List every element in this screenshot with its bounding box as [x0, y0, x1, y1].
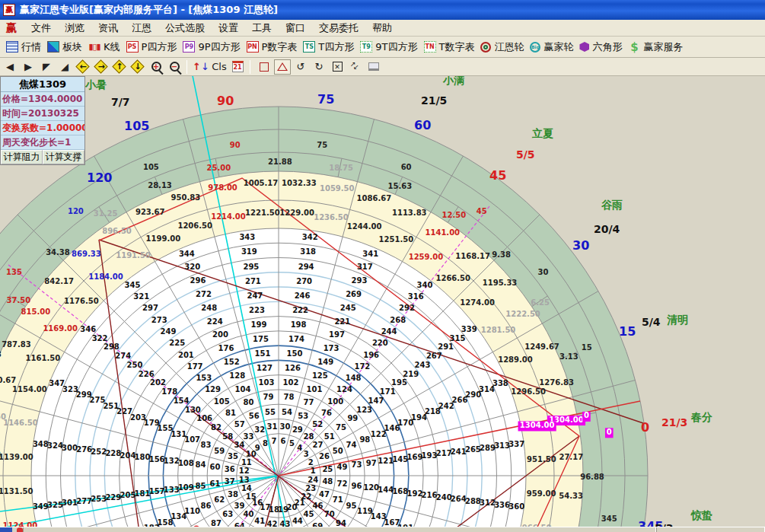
- menu-logo-icon: 赢: [6, 21, 17, 35]
- svg-text:130: 130: [185, 406, 201, 414]
- svg-text:35: 35: [228, 452, 238, 460]
- menu-item-帮助[interactable]: 帮助: [365, 20, 399, 37]
- svg-text:127: 127: [257, 364, 273, 372]
- svg-text:2: 2: [308, 458, 314, 467]
- menu-item-文件[interactable]: 文件: [24, 20, 58, 37]
- svg-text:198: 198: [291, 320, 307, 329]
- toolbar-button-9p-square[interactable]: P99P四方形: [183, 40, 240, 54]
- svg-text:56: 56: [249, 412, 260, 420]
- svg-text:75: 75: [317, 92, 334, 107]
- svg-text:15: 15: [582, 343, 592, 352]
- toolbar-button-winner-wheel[interactable]: Big赢家轮: [530, 40, 573, 54]
- panel-row-3: 周天变化步长=1: [1, 135, 84, 150]
- tool-pan-right[interactable]: →: [93, 59, 110, 75]
- svg-text:320: 320: [184, 263, 200, 271]
- menu-item-交易委托[interactable]: 交易委托: [312, 20, 365, 37]
- tool-rotate-cw[interactable]: ↻: [311, 59, 327, 75]
- svg-text:120: 120: [87, 170, 112, 185]
- tool-fit[interactable]: ↗↙: [347, 59, 364, 75]
- svg-text:1059.50: 1059.50: [320, 184, 355, 193]
- toolbar-button-winner-service[interactable]: $赢家服务: [628, 40, 683, 54]
- toolbar-button-t-square[interactable]: TST四方形: [303, 40, 354, 54]
- svg-text:18.75: 18.75: [329, 164, 353, 172]
- svg-text:315: 315: [449, 334, 465, 342]
- gann-wheel-canvas[interactable]: 1234567891011121314151617181920212223242…: [0, 76, 765, 532]
- svg-text:193: 193: [422, 451, 438, 460]
- tool-pan-down[interactable]: ↓: [129, 59, 146, 75]
- svg-text:26: 26: [319, 452, 330, 460]
- svg-text:30: 30: [572, 238, 589, 253]
- tool-rotate-ccw[interactable]: ↺: [292, 59, 309, 75]
- chart-area[interactable]: 1234567891011121314151617181920212223242…: [0, 76, 765, 532]
- svg-text:21/3: 21/3: [661, 416, 687, 428]
- instrument-panel: 焦煤1309 价格=1304.0000时间=20130325变换系数=1.000…: [0, 76, 85, 165]
- toolbar-button-sectors[interactable]: 板块: [47, 40, 82, 54]
- menu-item-江恩[interactable]: 江恩: [125, 20, 158, 37]
- tool-next[interactable]: ▶: [20, 59, 37, 75]
- svg-text:1154.00: 1154.00: [12, 385, 47, 393]
- toolbar-button-9t-square[interactable]: T99T四方形: [360, 40, 417, 54]
- tool-prev[interactable]: ◀: [2, 59, 18, 75]
- toolbar-button-quotes[interactable]: 行情: [6, 40, 41, 54]
- panel-button-计算支撑[interactable]: 计算支撑: [43, 150, 84, 164]
- menu-item-公式选股[interactable]: 公式选股: [158, 20, 212, 37]
- svg-text:252: 252: [91, 448, 107, 456]
- tool-cursor-nw[interactable]: ◤: [38, 59, 55, 75]
- svg-text:204: 204: [120, 451, 136, 460]
- tool-cursor-se[interactable]: ◢: [56, 59, 73, 75]
- svg-text:39: 39: [234, 502, 245, 510]
- svg-text:12.50: 12.50: [442, 211, 467, 219]
- tool-pan-left[interactable]: ←: [75, 59, 91, 75]
- svg-text:340: 340: [417, 281, 433, 289]
- svg-text:229: 229: [105, 493, 121, 502]
- svg-text:896.50: 896.50: [102, 227, 132, 235]
- svg-text:270: 270: [296, 277, 312, 285]
- tool-calendar[interactable]: 21: [229, 59, 246, 75]
- toolbar-button-gann-wheel[interactable]: 江恩轮: [480, 40, 524, 54]
- svg-text:869.33: 869.33: [72, 250, 101, 258]
- panel-button-计算阻力[interactable]: 计算阻力: [1, 150, 43, 164]
- status-bar: [0, 527, 765, 532]
- tool-delete-box[interactable]: ✕: [329, 59, 346, 75]
- svg-text:33: 33: [244, 432, 254, 441]
- toolbar-button-t-table[interactable]: TNT数字表: [424, 40, 475, 54]
- menu-item-资讯[interactable]: 资讯: [91, 20, 125, 37]
- tool-cls[interactable]: Cls: [211, 59, 228, 75]
- menu-item-浏览[interactable]: 浏览: [58, 20, 91, 37]
- toolbar-button-p-square[interactable]: PSP四方形: [126, 40, 177, 54]
- svg-text:195: 195: [391, 378, 407, 387]
- svg-text:227: 227: [116, 407, 132, 416]
- tool-triangle-tool[interactable]: [274, 59, 291, 75]
- svg-text:21/5: 21/5: [421, 94, 447, 107]
- svg-text:45: 45: [477, 207, 487, 215]
- toolbar-button-p-table[interactable]: PNP数字表: [247, 40, 298, 54]
- svg-text:96.88: 96.88: [580, 473, 604, 481]
- tool-zoom-in[interactable]: +: [148, 59, 164, 75]
- svg-text:清明: 清明: [667, 314, 688, 326]
- svg-text:1221.50: 1221.50: [245, 209, 280, 217]
- p-table-icon: PN: [247, 41, 259, 53]
- menu-item-工具[interactable]: 工具: [245, 20, 279, 37]
- menu-item-设置[interactable]: 设置: [212, 20, 245, 37]
- svg-text:348: 348: [33, 440, 49, 448]
- svg-text:274: 274: [115, 352, 131, 360]
- svg-text:49: 49: [336, 463, 347, 471]
- tool-screen[interactable]: [365, 59, 382, 75]
- tool-zoom-out[interactable]: −: [166, 59, 183, 75]
- menu-item-窗口[interactable]: 窗口: [279, 20, 312, 37]
- svg-text:55: 55: [265, 408, 276, 416]
- svg-text:173: 173: [324, 344, 339, 352]
- toolbar-button-kline[interactable]: ▮▯▮K线: [88, 40, 120, 54]
- svg-text:76: 76: [321, 409, 332, 417]
- svg-text:125: 125: [312, 371, 328, 380]
- toolbar-button-hexagon[interactable]: 六角形: [579, 40, 622, 54]
- svg-text:105: 105: [214, 397, 230, 406]
- title-bar[interactable]: 赢 赢家江恩专业版[赢家内部服务平台] - [焦煤1309 江恩轮]: [0, 0, 765, 20]
- tool-pan-up[interactable]: ↑: [111, 59, 128, 75]
- tool-sort[interactable]: ↑↓: [193, 59, 209, 75]
- svg-text:15: 15: [619, 324, 636, 339]
- svg-text:177: 177: [187, 362, 203, 371]
- svg-text:63: 63: [222, 510, 233, 518]
- tool-rect-tool[interactable]: [256, 59, 273, 75]
- svg-text:1141.00: 1141.00: [426, 228, 461, 237]
